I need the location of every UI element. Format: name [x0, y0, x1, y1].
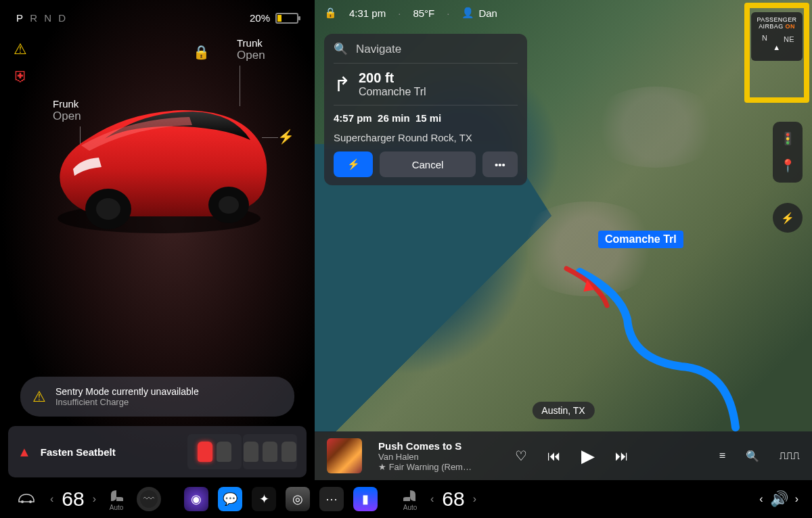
driver-temp-control[interactable]: ‹ 68 › — [50, 488, 96, 511]
supercharger-icon: ⚡ — [347, 158, 360, 170]
vehicle-render — [41, 78, 277, 240]
clock: 4:31 pm — [349, 7, 386, 19]
nav-more-button[interactable]: ••• — [482, 151, 518, 177]
sentry-warning[interactable]: ⚠ Sentry Mode currently unavailable Insu… — [20, 377, 294, 417]
app-messages[interactable]: 💬 — [218, 487, 242, 511]
app-camera[interactable]: ◎ — [286, 487, 310, 511]
status-bar: 🔒 4:31 pm · 85°F · 👤 Dan — [324, 7, 497, 19]
svg-point-5 — [21, 500, 24, 503]
driver-seat-heat[interactable]: Auto — [107, 488, 126, 511]
cancel-nav-button[interactable]: Cancel — [380, 151, 476, 177]
map-toolbar: 🚦 📍 — [773, 122, 803, 183]
temp-down-icon[interactable]: ‹ — [50, 493, 53, 505]
volume-down-icon[interactable]: ‹ — [759, 493, 763, 505]
app-music[interactable]: ▮ — [353, 487, 378, 511]
gear-p: P — [16, 12, 23, 24]
temp-up-icon[interactable]: › — [473, 493, 476, 505]
volume-up-icon[interactable]: › — [795, 493, 798, 505]
defrost-button[interactable]: 〰 — [137, 487, 161, 511]
search-icon: 🔍 — [334, 42, 348, 56]
svg-point-6 — [29, 500, 32, 503]
route-polyline — [593, 279, 769, 414]
supercharger-button[interactable]: ⚡ — [334, 151, 373, 177]
previous-track-button[interactable]: ⏮ — [547, 448, 561, 464]
favorite-button[interactable]: ♡ — [515, 448, 527, 464]
bottom-dock: ‹ 68 › Auto 〰 ◉ 💬 ✦ ◎ ⋯ ▮ Auto ‹ 68 › ‹ … — [0, 480, 812, 518]
bolt-icon: ⚡ — [781, 212, 794, 225]
temp-up-icon[interactable]: › — [93, 493, 96, 505]
queue-button[interactable]: ≡ — [719, 450, 725, 463]
album-art[interactable] — [327, 438, 362, 473]
driver-profile[interactable]: 👤 Dan — [461, 7, 497, 19]
person-icon: 👤 — [461, 7, 474, 19]
eta-summary: 4:57 pm 26 min 15 mi — [334, 112, 518, 124]
vehicle-panel: P R N D 20% ⚠ ⛨ 🔒 Trunk Open — [0, 0, 315, 480]
lock-status-icon[interactable]: 🔒 — [324, 7, 337, 19]
map-pin-icon[interactable]: 📍 — [780, 158, 795, 173]
screenshot-highlight — [744, 3, 809, 103]
app-all-apps[interactable]: ⋯ — [319, 487, 344, 511]
charge-port-icon[interactable]: ⚡ — [277, 128, 294, 145]
gear-n: N — [44, 12, 51, 24]
battery-icon — [275, 13, 298, 24]
next-track-button[interactable]: ⏭ — [615, 448, 629, 464]
outside-temp: 85°F — [413, 7, 434, 19]
current-location-marker: ▲ — [577, 273, 599, 297]
traffic-light-icon[interactable]: 🚦 — [780, 131, 795, 146]
car-controls-icon[interactable] — [14, 490, 39, 508]
equalizer-button[interactable]: ⎍⎍⎍ — [780, 450, 800, 463]
turn-arrow-icon: ↱ — [334, 72, 351, 96]
svg-point-4 — [219, 196, 239, 214]
next-turn: ↱ 200 ft Comanche Trl — [334, 70, 518, 98]
play-button[interactable]: ▶ — [581, 446, 595, 467]
media-player: Push Comes to S Van Halen ★ Fair Warning… — [315, 431, 812, 480]
seat-occupancy-diagram — [187, 434, 297, 469]
speaker-icon: 🔊 — [770, 490, 788, 508]
lock-icon[interactable]: 🔒 — [193, 44, 210, 60]
passenger-seat-heat[interactable]: Auto — [401, 488, 420, 511]
battery-status[interactable]: 20% — [250, 12, 298, 24]
gear-r: R — [30, 12, 37, 24]
charger-map-button[interactable]: ⚡ — [773, 203, 803, 233]
temp-down-icon[interactable]: ‹ — [430, 493, 434, 505]
destination-name: Supercharger Round Rock, TX — [334, 132, 518, 143]
app-dashcam[interactable]: ◉ — [184, 487, 208, 511]
gear-d: D — [58, 12, 66, 24]
svg-point-2 — [96, 198, 120, 220]
app-tray: ◉ 💬 ✦ ◎ ⋯ ▮ — [184, 487, 378, 511]
gear-selector: P R N D — [16, 12, 70, 24]
alert-triangle-icon: ▲ — [18, 444, 31, 460]
media-search-button[interactable]: 🔍 — [746, 450, 759, 463]
trunk-control[interactable]: Trunk Open — [237, 37, 265, 62]
volume-control[interactable]: ‹ 🔊 › — [759, 490, 798, 508]
battery-percent: 20% — [250, 12, 270, 24]
warning-triangle-icon: ⚠ — [32, 388, 46, 406]
navigation-card: 🔍 Navigate ↱ 200 ft Comanche Trl 4:57 pm… — [324, 34, 527, 185]
seatbelt-alert[interactable]: ▲ Fasten Seatbelt — [8, 426, 307, 477]
map-panel[interactable]: ▲ Comanche Trl Austin, TX 🔒 4:31 pm · 85… — [315, 0, 812, 480]
track-info[interactable]: Push Comes to S Van Halen ★ Fair Warning… — [378, 440, 472, 472]
passenger-temp-control[interactable]: ‹ 68 › — [430, 488, 476, 511]
map-city-label: Austin, TX — [532, 402, 594, 419]
app-tidal[interactable]: ✦ — [252, 487, 276, 511]
map-road-label: Comanche Trl — [598, 231, 683, 248]
nav-search[interactable]: 🔍 Navigate — [334, 42, 518, 56]
